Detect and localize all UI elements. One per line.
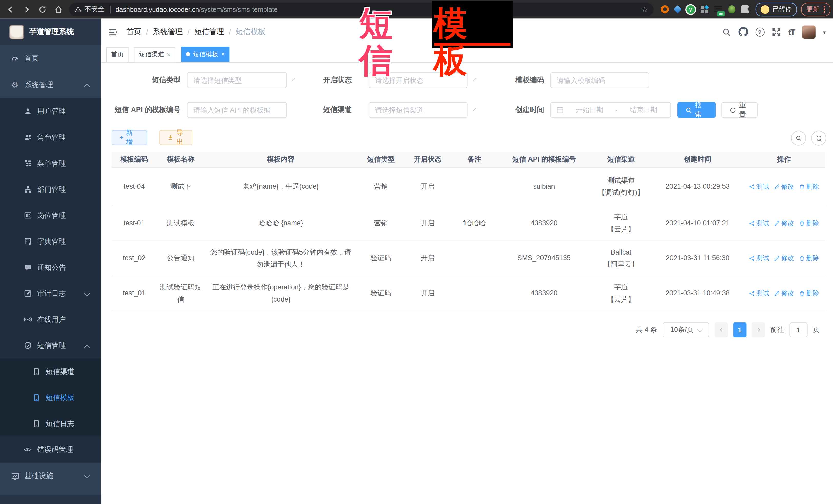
close-icon[interactable]: ×	[221, 50, 225, 58]
test-link[interactable]: 测试	[749, 218, 769, 229]
delete-link[interactable]: 删除	[799, 288, 819, 299]
profile-paused-pill[interactable]: 已暂停	[756, 2, 797, 16]
sms-template-table: 模板编码 模板名称 模板内容 短信类型 开启状态 备注 短信 API 的模板编号…	[112, 152, 825, 311]
test-link[interactable]: 测试	[749, 181, 769, 192]
status-select[interactable]	[369, 72, 468, 88]
table-row[interactable]: test-04 测试下 老鸡{name}，牛逼{code} 营销 开启 suib…	[112, 168, 825, 206]
search-button[interactable]: 搜索	[677, 102, 716, 118]
goto-page-input[interactable]	[789, 322, 807, 337]
tag-sms-channel[interactable]: 短信渠道×	[134, 47, 175, 62]
help-icon[interactable]: ?	[755, 27, 764, 37]
extension-donut-icon[interactable]	[661, 5, 669, 13]
logo-image	[9, 25, 24, 39]
sidebar-item-sms-log[interactable]: 短信日志	[0, 411, 101, 437]
breadcrumb-home[interactable]: 首页	[126, 27, 141, 37]
sidebar-item-post[interactable]: 岗位管理	[0, 202, 101, 229]
extension-list-icon[interactable]: on	[714, 5, 722, 14]
phone-icon	[32, 368, 40, 376]
test-link[interactable]: 测试	[749, 253, 769, 264]
sidebar-item-audit[interactable]: 审计日志	[0, 281, 101, 307]
delete-link[interactable]: 删除	[799, 218, 819, 229]
sidebar-item-home[interactable]: 首页	[0, 45, 101, 72]
search-icon	[685, 106, 692, 113]
page-size-select[interactable]: 10条/页	[663, 322, 709, 337]
code-icon: </>	[23, 447, 32, 453]
breadcrumb-system[interactable]: 系统管理	[153, 27, 183, 37]
sidebar-item-errcode[interactable]: </> 错误码管理	[0, 437, 101, 463]
sidebar-item-dict[interactable]: 字典管理	[0, 229, 101, 255]
extensions-puzzle-icon[interactable]	[741, 5, 749, 13]
goto-label: 前往	[770, 325, 784, 335]
github-icon[interactable]	[738, 27, 748, 37]
prev-page-button[interactable]	[715, 322, 728, 337]
home-icon[interactable]	[54, 5, 63, 14]
test-link[interactable]: 测试	[749, 288, 769, 299]
sidebar-item-online[interactable]: 在线用户	[0, 307, 101, 333]
back-icon[interactable]	[6, 5, 15, 14]
chrome-update-button[interactable]: 更新	[801, 2, 830, 16]
extension-gem-icon[interactable]	[673, 5, 682, 13]
end-date-placeholder: 结束日期	[622, 105, 665, 115]
sidebar-item-notice[interactable]: 通知公告	[0, 255, 101, 281]
refresh-table-button[interactable]	[811, 131, 826, 146]
chevron-up-icon	[84, 344, 90, 350]
edit-link[interactable]: 修改	[774, 288, 794, 299]
table-row[interactable]: test_01 测试验证码短信 正在进行登录操作{operation}，您的验证…	[112, 277, 825, 311]
extensions-row: y on	[661, 5, 749, 14]
export-button[interactable]: 导出	[160, 130, 192, 145]
delete-link[interactable]: 删除	[799, 181, 819, 192]
sidebar-bottom-strip	[0, 495, 101, 504]
reload-icon[interactable]	[38, 5, 47, 14]
extension-grid-icon[interactable]	[701, 6, 708, 13]
edit-link[interactable]: 修改	[774, 253, 794, 264]
api-template-id-input[interactable]	[187, 102, 287, 118]
sidebar-item-menu[interactable]: 菜单管理	[0, 150, 101, 176]
collapse-sidebar-icon[interactable]	[109, 27, 118, 37]
avatar-caret-icon[interactable]: ▾	[823, 29, 826, 35]
browser-menu-icon[interactable]	[824, 6, 825, 13]
badge-icon	[23, 212, 32, 219]
table-header-row: 模板编码 模板名称 模板内容 短信类型 开启状态 备注 短信 API 的模板编号…	[112, 152, 825, 168]
extension-y-icon[interactable]: y	[686, 5, 695, 14]
edit-link[interactable]: 修改	[774, 181, 794, 192]
sms-type-select[interactable]	[187, 72, 287, 88]
date-range-picker[interactable]: 开始日期 - 结束日期	[550, 102, 671, 118]
font-size-icon[interactable]: tT	[788, 27, 795, 37]
add-button[interactable]: +新增	[112, 130, 147, 145]
sidebar-item-infra[interactable]: 基础设施	[0, 463, 101, 489]
sidebar-item-sms-template[interactable]: 短信模板	[0, 385, 101, 411]
page-number-1[interactable]: 1	[733, 322, 746, 337]
forward-icon[interactable]	[22, 5, 31, 14]
sidebar-item-role[interactable]: 角色管理	[0, 124, 101, 150]
tag-home[interactable]: 首页	[106, 47, 128, 62]
edit-link[interactable]: 修改	[774, 218, 794, 229]
url-bar[interactable]: 不安全 dashboard.yudao.iocoder.cn/system/sm…	[69, 2, 653, 16]
phone-icon	[32, 419, 40, 428]
breadcrumb-sms[interactable]: 短信管理	[194, 27, 224, 37]
sidebar-item-dept[interactable]: 部门管理	[0, 176, 101, 202]
sidebar-item-sms-channel[interactable]: 短信渠道	[0, 359, 101, 385]
close-icon[interactable]: ×	[167, 51, 171, 58]
fullscreen-icon[interactable]	[772, 27, 781, 37]
tree-list-icon	[23, 160, 32, 167]
total-count: 共 4 条	[636, 325, 657, 335]
toggle-search-button[interactable]	[791, 131, 806, 146]
sidebar-item-user[interactable]: 用户管理	[0, 98, 101, 124]
tag-sms-template[interactable]: 短信模板×	[181, 47, 230, 62]
table-row[interactable]: test_02 公告通知 您的验证码{code}，该验证码5分钟内有效，请勿泄漏…	[112, 241, 825, 277]
trash-icon	[799, 184, 805, 190]
sidebar-item-system[interactable]: ⚙ 系统管理	[0, 72, 101, 98]
bookmark-star-icon[interactable]: ☆	[641, 5, 648, 14]
extension-plant-icon[interactable]	[729, 5, 735, 13]
table-row[interactable]: test-01 测试模板 哈哈哈 {name} 营销 开启 f哈哈哈 43839…	[112, 206, 825, 241]
filter-label-status: 开启状态	[323, 75, 352, 85]
delete-link[interactable]: 删除	[799, 253, 819, 264]
next-page-button[interactable]	[752, 322, 765, 337]
template-code-input[interactable]	[550, 72, 649, 88]
sidebar-item-sms[interactable]: 短信管理	[0, 333, 101, 359]
reset-button[interactable]: 重置	[721, 102, 758, 118]
header-search-icon[interactable]	[722, 27, 731, 37]
channel-select[interactable]	[369, 102, 468, 118]
pencil-icon	[774, 220, 780, 226]
user-avatar[interactable]	[802, 25, 815, 39]
